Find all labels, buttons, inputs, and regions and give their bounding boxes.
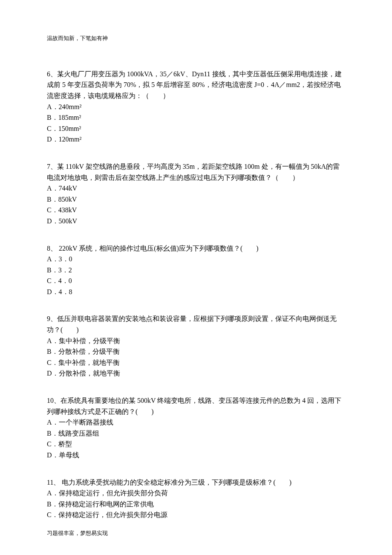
- question-body: 220kV 系统，相间的操作过电压(标幺值)应为下列哪项数值？( ): [57, 245, 259, 252]
- question-body: 在系统具有重要地位的某 500kV 终端变电所，线路、变压器等连接元件的总数为 …: [47, 397, 341, 415]
- option-b: B．保持稳定运行和电网的正常供电: [47, 499, 345, 510]
- question-7: 7、某 110kV 架空线路的悬垂段，平均高度为 35m，若距架空线路 100m…: [47, 161, 345, 227]
- question-number: 11、: [47, 479, 60, 486]
- question-options: A．3．0 B．3．2 C．4．0 D．4．8: [47, 254, 345, 297]
- question-10: 10、在系统具有重要地位的某 500kV 终端变电所，线路、变压器等连接元件的总…: [47, 395, 345, 461]
- question-options: A．一个半断路器接线 B．线路变压器组 C．桥型 D．单母线: [47, 417, 345, 460]
- question-text: 9、低压并联电容器装置的安装地点和装设容量，应根据下列哪项原则设置，保证不向电网…: [47, 313, 345, 335]
- footer-note: 习题很丰富，梦想易实现: [47, 529, 108, 538]
- question-number: 8、: [47, 245, 57, 252]
- option-a: A．240mm²: [47, 101, 345, 113]
- question-options: A．240mm² B．185mm² C．150mm² D．120mm²: [47, 101, 345, 145]
- option-a: A．集中补偿，分级平衡: [47, 335, 345, 347]
- question-options: A．保持稳定运行，但允许损失部分负荷 B．保持稳定运行和电网的正常供电 C．保持…: [47, 488, 345, 520]
- question-11: 11、 电力系统承受扰动能力的安全稳定标准分为三级，下列哪项是级标准？( ) A…: [47, 477, 345, 520]
- option-d: D．4．8: [47, 286, 345, 298]
- option-d: D．分散补偿，就地平衡: [47, 368, 345, 379]
- question-body: 某火电厂厂用变压器为 1000kVA，35／6kV、Dyn11 接线，其中变压器…: [47, 70, 342, 99]
- option-c: C．桥型: [47, 439, 345, 450]
- question-options: A．744kV B．850kV C．438kV D．500kV: [47, 183, 345, 226]
- option-b: B．线路变压器组: [47, 428, 345, 439]
- option-a: A．744kV: [47, 183, 345, 194]
- question-text: 8、 220kV 系统，相间的操作过电压(标幺值)应为下列哪项数值？( ): [47, 243, 345, 254]
- question-text: 7、某 110kV 架空线路的悬垂段，平均高度为 35m，若距架空线路 100m…: [47, 161, 345, 183]
- question-text: 6、某火电厂厂用变压器为 1000kVA，35／6kV、Dyn11 接线，其中变…: [47, 69, 345, 101]
- question-body: 电力系统承受扰动能力的安全稳定标准分为三级，下列哪项是级标准？( ): [60, 479, 291, 486]
- option-a: A．一个半断路器接线: [47, 417, 345, 428]
- question-number: 9、: [47, 315, 57, 322]
- question-text: 11、 电力系统承受扰动能力的安全稳定标准分为三级，下列哪项是级标准？( ): [47, 477, 345, 488]
- option-b: B．分散补偿，分级平衡: [47, 346, 345, 357]
- document-page: 温故而知新，下笔如有神 6、某火电厂厂用变压器为 1000kVA，35／6kV、…: [0, 0, 392, 555]
- question-body: 低压并联电容器装置的安装地点和装设容量，应根据下列哪项原则设置，保证不向电网倒送…: [47, 315, 337, 333]
- question-number: 6、: [47, 70, 57, 78]
- question-9: 9、低压并联电容器装置的安装地点和装设容量，应根据下列哪项原则设置，保证不向电网…: [47, 313, 345, 379]
- option-b: B．3．2: [47, 265, 345, 276]
- option-a: A．保持稳定运行，但允许损失部分负荷: [47, 488, 345, 499]
- question-options: A．集中补偿，分级平衡 B．分散补偿，分级平衡 C．集中补偿，就地平衡 D．分散…: [47, 335, 345, 379]
- option-c: C．438kV: [47, 205, 345, 216]
- option-b: B．185mm²: [47, 112, 345, 123]
- question-number: 7、: [47, 163, 57, 170]
- question-number: 10、: [47, 397, 61, 404]
- option-b: B．850kV: [47, 194, 345, 205]
- option-d: D．500kV: [47, 216, 345, 227]
- header-note: 温故而知新，下笔如有神: [47, 34, 345, 43]
- option-c: C．集中补偿，就地平衡: [47, 357, 345, 368]
- option-c: C．150mm²: [47, 123, 345, 134]
- option-d: D．120mm²: [47, 134, 345, 145]
- option-c: C．4．0: [47, 275, 345, 286]
- question-6: 6、某火电厂厂用变压器为 1000kVA，35／6kV、Dyn11 接线，其中变…: [47, 69, 345, 145]
- question-body: 某 110kV 架空线路的悬垂段，平均高度为 35m，若距架空线路 100m 处…: [47, 163, 340, 181]
- option-d: D．单母线: [47, 450, 345, 461]
- question-8: 8、 220kV 系统，相间的操作过电压(标幺值)应为下列哪项数值？( ) A．…: [47, 243, 345, 298]
- option-a: A．3．0: [47, 254, 345, 265]
- question-text: 10、在系统具有重要地位的某 500kV 终端变电所，线路、变压器等连接元件的总…: [47, 395, 345, 417]
- option-c: C．保持稳定运行，但允许损失部分电源: [47, 509, 345, 520]
